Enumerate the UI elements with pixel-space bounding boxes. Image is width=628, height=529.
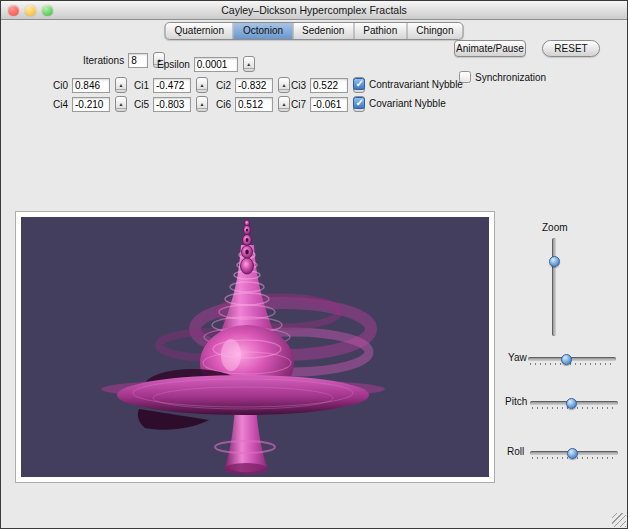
ci7-label: Ci7 [291, 99, 306, 110]
covariant-label: Covariant Nybble [369, 98, 446, 109]
epsilon-input[interactable] [194, 57, 238, 72]
stepper-down-icon[interactable] [354, 90, 364, 93]
synchronization-label: Synchronization [475, 72, 546, 83]
stepper-down-icon[interactable] [116, 90, 126, 93]
tab-sedenion[interactable]: Sedenion [293, 23, 354, 39]
stepper-down-icon[interactable] [354, 109, 364, 112]
yaw-label: Yaw [508, 352, 527, 363]
ci1-stepper[interactable] [196, 77, 208, 93]
pitch-slider[interactable] [530, 397, 618, 410]
ci0-stepper[interactable] [115, 77, 127, 93]
ci5-stepper[interactable] [196, 96, 208, 112]
roll-label: Roll [507, 446, 524, 457]
stepper-up-icon[interactable] [116, 78, 126, 90]
stepper-up-icon[interactable] [197, 78, 207, 90]
ci3-input[interactable] [310, 78, 348, 93]
ci0-input[interactable] [72, 78, 110, 93]
stepper-up-icon[interactable] [279, 78, 289, 90]
yaw-slider[interactable] [528, 353, 616, 366]
stepper-up-icon[interactable] [279, 97, 289, 109]
ci6-stepper[interactable] [278, 96, 290, 112]
tab-pathion[interactable]: Pathion [354, 23, 407, 39]
stepper-up-icon[interactable] [197, 97, 207, 109]
pitch-slider-knob[interactable] [566, 398, 577, 409]
ci2-stepper[interactable] [278, 77, 290, 93]
ci1-label: Ci1 [134, 80, 149, 91]
roll-slider-knob[interactable] [567, 448, 578, 459]
ci6-group: Ci6 [216, 96, 290, 112]
ci6-label: Ci6 [216, 99, 231, 110]
app-window: Cayley–Dickson Hypercomplex Fractals Qua… [0, 0, 628, 529]
contravariant-label: Contravariant Nybble [369, 79, 463, 90]
tab-quaternion[interactable]: Quaternion [166, 23, 234, 39]
tab-chingon[interactable]: Chingon [407, 23, 462, 39]
ci4-label: Ci4 [53, 99, 68, 110]
zoom-label: Zoom [542, 222, 568, 233]
fractal-canvas[interactable] [21, 217, 489, 477]
zoom-slider[interactable] [548, 238, 561, 336]
iterations-group: Iterations [83, 52, 165, 68]
ci4-group: Ci4 [53, 96, 127, 112]
ci5-label: Ci5 [134, 99, 149, 110]
stepper-up-icon[interactable] [244, 57, 254, 69]
epsilon-label: Epsilon [157, 59, 190, 70]
covariant-option: Covariant Nybble [353, 97, 446, 109]
ci4-input[interactable] [72, 97, 110, 112]
reset-button[interactable]: RESET [542, 40, 600, 57]
render-viewport[interactable] [16, 212, 494, 482]
window-title: Cayley–Dickson Hypercomplex Fractals [1, 4, 627, 16]
contravariant-checkbox[interactable] [353, 78, 365, 90]
ci4-stepper[interactable] [115, 96, 127, 112]
ci5-input[interactable] [153, 97, 191, 112]
contravariant-option: Contravariant Nybble [353, 78, 463, 90]
synchronization-option: Synchronization [459, 71, 546, 83]
animate-pause-button[interactable]: Animate/Pause [454, 40, 526, 57]
stepper-down-icon[interactable] [279, 90, 289, 93]
yaw-slider-ticks [530, 363, 614, 365]
stepper-down-icon[interactable] [116, 109, 126, 112]
stepper-down-icon[interactable] [244, 69, 254, 72]
ci6-input[interactable] [235, 97, 273, 112]
yaw-slider-knob[interactable] [561, 354, 572, 365]
ci3-label: Ci3 [291, 80, 306, 91]
ci2-input[interactable] [235, 78, 273, 93]
fractal-render [21, 217, 489, 477]
covariant-checkbox[interactable] [353, 97, 365, 109]
stepper-down-icon[interactable] [279, 109, 289, 112]
ci0-group: Ci0 [53, 77, 127, 93]
stepper-up-icon[interactable] [116, 97, 126, 109]
zoom-slider-track[interactable] [552, 238, 556, 336]
iterations-label: Iterations [83, 55, 124, 66]
fractal-type-tabs: Quaternion Octonion Sedenion Pathion Chi… [165, 22, 464, 40]
ci1-group: Ci1 [134, 77, 208, 93]
tab-octonion[interactable]: Octonion [234, 23, 293, 39]
pitch-label: Pitch [505, 396, 527, 407]
stepper-down-icon[interactable] [197, 90, 207, 93]
epsilon-group: Epsilon [157, 56, 255, 72]
roll-slider[interactable] [530, 447, 618, 460]
resize-grip[interactable] [612, 513, 626, 527]
zoom-slider-knob[interactable] [549, 256, 560, 267]
epsilon-stepper[interactable] [243, 56, 255, 72]
ci0-label: Ci0 [53, 80, 68, 91]
stepper-down-icon[interactable] [197, 109, 207, 112]
ci5-group: Ci5 [134, 96, 208, 112]
ci1-input[interactable] [153, 78, 191, 93]
title-bar[interactable]: Cayley–Dickson Hypercomplex Fractals [1, 1, 627, 20]
ci7-input[interactable] [310, 97, 348, 112]
ci2-label: Ci2 [216, 80, 231, 91]
iterations-input[interactable] [128, 53, 148, 68]
yaw-slider-track[interactable] [528, 357, 616, 361]
ci2-group: Ci2 [216, 77, 290, 93]
